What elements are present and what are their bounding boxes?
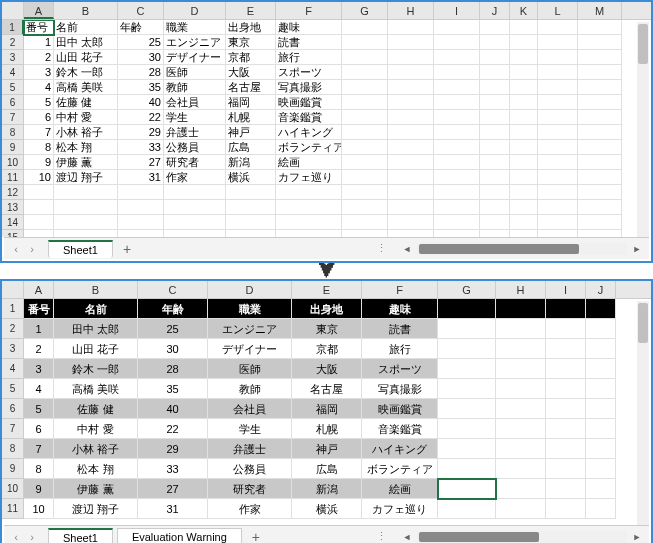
cell[interactable] [546,319,586,339]
cell[interactable] [510,110,538,125]
column-header-G[interactable]: G [342,2,388,19]
cell[interactable] [538,35,578,50]
cell[interactable]: 出身地 [226,20,276,35]
column-header-C[interactable]: C [118,2,164,19]
hscroll-right-icon[interactable]: ► [631,532,643,542]
cell[interactable] [480,80,510,95]
cell[interactable] [480,200,510,215]
cell[interactable] [510,200,538,215]
cell[interactable] [546,379,586,399]
cell[interactable]: 田中 太郎 [54,35,118,50]
column-header-D[interactable]: D [208,281,292,298]
cell[interactable] [438,339,496,359]
cell[interactable]: 旅行 [276,50,342,65]
cell[interactable] [388,200,434,215]
cell[interactable]: 札幌 [292,419,362,439]
cell[interactable] [578,155,622,170]
cell[interactable] [538,80,578,95]
cell[interactable]: 作家 [208,499,292,519]
cell[interactable] [226,215,276,230]
cell[interactable] [546,499,586,519]
cell[interactable] [538,20,578,35]
cell[interactable]: 10 [24,499,54,519]
column-header-A[interactable]: A [24,281,54,298]
cell[interactable] [434,215,480,230]
cell[interactable] [54,215,118,230]
cell[interactable] [342,155,388,170]
tab-nav[interactable]: ‹ › [4,243,44,255]
column-header-J[interactable]: J [480,2,510,19]
cell[interactable]: 映画鑑賞 [276,95,342,110]
row-header-8[interactable]: 8 [2,439,24,459]
cell[interactable] [118,230,164,237]
cell[interactable]: 2 [24,339,54,359]
cell[interactable] [438,479,496,499]
column-header-B[interactable]: B [54,281,138,298]
cell[interactable] [342,230,388,237]
cell[interactable]: 音楽鑑賞 [276,110,342,125]
cell[interactable] [538,155,578,170]
cell[interactable] [342,95,388,110]
cell[interactable]: 福岡 [226,95,276,110]
row-header-15[interactable]: 15 [2,230,24,237]
cell[interactable]: ハイキング [276,125,342,140]
cell[interactable] [496,339,546,359]
cell[interactable] [538,50,578,65]
cell[interactable] [438,439,496,459]
cell[interactable] [510,65,538,80]
cell[interactable]: 公務員 [208,459,292,479]
cell[interactable] [586,439,616,459]
cell[interactable] [388,185,434,200]
cell[interactable] [546,299,586,319]
cell[interactable]: 読書 [362,319,438,339]
cell[interactable] [388,65,434,80]
cell[interactable] [496,419,546,439]
cell[interactable]: カフェ巡り [362,499,438,519]
cell[interactable]: 山田 花子 [54,339,138,359]
cell[interactable] [342,125,388,140]
cell[interactable] [342,50,388,65]
cell[interactable]: 京都 [226,50,276,65]
row-header-14[interactable]: 14 [2,215,24,230]
cell[interactable] [510,155,538,170]
column-header-F[interactable]: F [362,281,438,298]
cell[interactable] [434,20,480,35]
cell[interactable] [586,379,616,399]
cell[interactable]: 小林 裕子 [54,125,118,140]
cell[interactable]: 名前 [54,299,138,319]
cell[interactable]: 5 [24,399,54,419]
cell[interactable] [480,110,510,125]
cell[interactable]: 3 [24,65,54,80]
cell[interactable] [510,185,538,200]
cell[interactable]: カフェ巡り [276,170,342,185]
hscroll-right-icon[interactable]: ► [631,244,643,254]
cell[interactable] [578,125,622,140]
cell[interactable] [496,399,546,419]
cell[interactable]: 名古屋 [292,379,362,399]
cell[interactable]: 6 [24,419,54,439]
cell[interactable]: 28 [118,65,164,80]
cell[interactable] [578,50,622,65]
cell[interactable]: 医師 [164,65,226,80]
cell[interactable] [434,95,480,110]
cell[interactable] [496,459,546,479]
hscroll-left-icon[interactable]: ◄ [401,532,413,542]
cell[interactable]: 教師 [164,80,226,95]
cell[interactable] [578,215,622,230]
cell[interactable] [342,170,388,185]
cell[interactable] [480,50,510,65]
cell[interactable] [510,80,538,95]
cell[interactable]: 鈴木 一郎 [54,359,138,379]
cell[interactable]: 趣味 [362,299,438,319]
cell[interactable] [438,459,496,479]
column-header-B[interactable]: B [54,2,118,19]
cell[interactable]: 33 [118,140,164,155]
cell[interactable] [54,200,118,215]
cell[interactable] [510,125,538,140]
row-header-9[interactable]: 9 [2,459,24,479]
cell[interactable] [480,155,510,170]
cell[interactable] [496,319,546,339]
cell[interactable]: 職業 [164,20,226,35]
cell[interactable] [164,185,226,200]
cell[interactable] [480,230,510,237]
